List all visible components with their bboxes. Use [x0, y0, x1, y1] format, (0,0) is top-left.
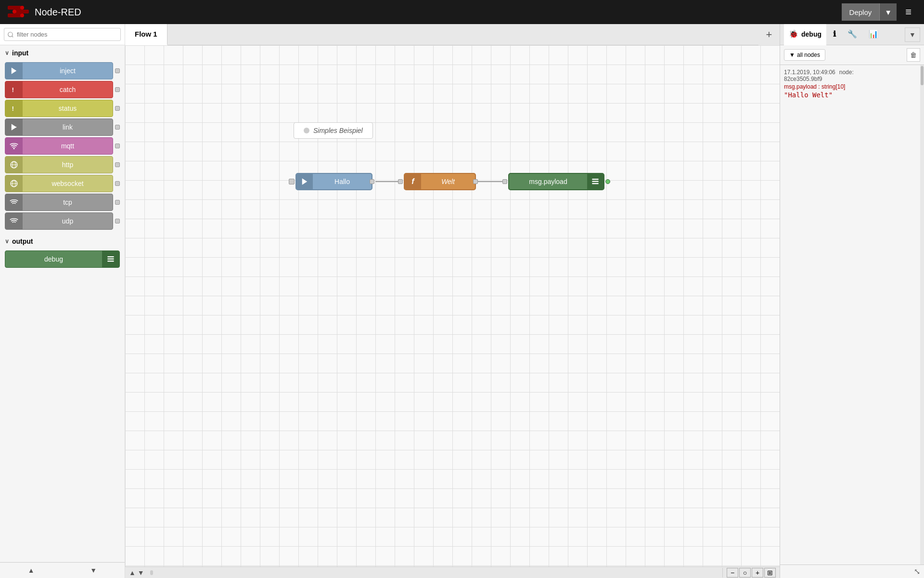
node-inject[interactable]: inject [5, 62, 120, 79]
node-http-body: http [5, 156, 113, 173]
node-catch-output-port [115, 87, 120, 92]
canvas-tabs: Flow 1 + [125, 24, 780, 45]
node-debug-icon [102, 250, 119, 268]
chart-tab-icon: 📊 [869, 29, 878, 39]
node-link[interactable]: link [5, 118, 120, 136]
panel-dropdown-button[interactable]: ▼ [905, 27, 920, 42]
node-debug-output[interactable]: debug [5, 250, 120, 268]
canvas-connections [125, 45, 780, 566]
zoom-reset-button[interactable]: ○ [739, 568, 751, 578]
debug-node-id: 82ce3505.9bf9 [784, 76, 920, 82]
canvas-nav-up[interactable]: ▲ [129, 569, 136, 577]
search-input[interactable] [4, 28, 121, 41]
svg-marker-21 [302, 178, 308, 185]
node-link-output-port [115, 125, 120, 130]
canvas-nav-controls: ▲ ▼ [125, 569, 148, 577]
logo-icon [8, 5, 29, 19]
tab-flow1-label: Flow 1 [135, 30, 157, 38]
chevron-down-icon: ∨ [5, 50, 9, 56]
canvas-nav-down[interactable]: ▼ [138, 569, 144, 577]
flow-label-icon [304, 128, 309, 133]
svg-rect-24 [592, 183, 599, 184]
node-http-label: http [23, 161, 113, 169]
minimap-button[interactable]: ⊞ [764, 568, 776, 578]
node-catch-label: catch [23, 86, 113, 93]
deploy-button[interactable]: Deploy ▼ [842, 3, 897, 21]
tab-debug[interactable]: 🐞 debug [784, 24, 826, 45]
node-websocket-output-port [115, 181, 120, 186]
node-udp[interactable]: udp [5, 212, 120, 230]
svg-rect-0 [8, 6, 21, 10]
scroll-down-button[interactable]: ▼ [63, 563, 125, 578]
node-mqtt[interactable]: mqtt [5, 137, 120, 155]
node-http[interactable]: http [5, 156, 120, 173]
filter-label: all nodes [797, 52, 820, 58]
chevron-down-icon-output: ∨ [5, 238, 9, 245]
svg-rect-22 [592, 179, 599, 180]
sidebar-scroll-buttons: ▲ ▼ [0, 562, 125, 578]
node-catch[interactable]: ! catch [5, 81, 120, 98]
sidebar-nodes: ∨ input inject ! catch [0, 45, 125, 562]
node-udp-label: udp [23, 217, 113, 225]
msgpayload-node-body: msg.payload [508, 173, 604, 190]
node-websocket-label: websocket [23, 180, 113, 187]
debug-value: "Hallo Welt" [784, 91, 920, 99]
tab-chart[interactable]: 📊 [864, 24, 883, 45]
zoom-out-button[interactable]: − [727, 568, 738, 578]
svg-rect-18 [107, 256, 114, 257]
node-status-body: ! status [5, 100, 113, 117]
canvas-zoom-controls: − ○ + ⊞ [722, 568, 780, 578]
canvas-wrapper[interactable]: Simples Beispiel Hallo [125, 45, 780, 566]
canvas-hscroll-thumb[interactable] [150, 570, 153, 575]
scroll-up-button[interactable]: ▲ [0, 563, 63, 578]
right-panel-header: 🐞 debug ℹ 🔧 📊 ▼ [780, 24, 924, 45]
node-tcp-body: tcp [5, 194, 113, 211]
node-mqtt-output-port [115, 144, 120, 148]
msgpayload-input-port [502, 179, 507, 184]
debug-tab-icon: 🐞 [789, 29, 798, 39]
debug-filter-bar: ▼ all nodes 🗑 [780, 45, 924, 65]
expand-panel-icon[interactable]: ⤡ [914, 567, 920, 576]
sidebar-section-input[interactable]: ∨ input [0, 45, 125, 61]
sidebar-section-output[interactable]: ∨ output [0, 234, 125, 249]
header-right: Deploy ▼ ≡ [842, 3, 916, 21]
node-udp-icon [5, 212, 23, 230]
canvas-node-msgpayload[interactable]: msg.payload [502, 173, 604, 190]
node-status-label: status [23, 105, 113, 112]
section-input-label: input [12, 49, 28, 57]
tab-flow1[interactable]: Flow 1 [125, 24, 167, 45]
canvas-node-hallo[interactable]: Hallo [289, 173, 372, 190]
msgpayload-node-icon [587, 174, 603, 189]
hamburger-menu-button[interactable]: ≡ [900, 4, 916, 20]
node-mqtt-label: mqtt [23, 142, 113, 150]
svg-rect-19 [107, 259, 114, 260]
debug-scrollbar[interactable] [920, 65, 924, 565]
add-flow-button[interactable]: + [758, 24, 780, 45]
deploy-label: Deploy [842, 3, 880, 21]
header-left: Node-RED [8, 5, 81, 19]
debug-node-label: node: [839, 69, 854, 76]
section-output-label: output [12, 237, 33, 245]
hallo-selector-port [289, 179, 295, 184]
debug-tab-label: debug [801, 30, 821, 38]
node-mqtt-body: mqtt [5, 137, 113, 155]
node-catch-body: ! catch [5, 81, 113, 98]
node-http-icon [5, 156, 23, 173]
node-mqtt-icon [5, 137, 23, 155]
svg-text:!: ! [12, 105, 14, 112]
tab-node-config[interactable]: 🔧 [843, 24, 862, 45]
node-websocket[interactable]: websocket [5, 175, 120, 192]
zoom-in-button[interactable]: + [752, 568, 763, 578]
canvas-node-welt[interactable]: f Welt [398, 173, 476, 190]
clear-debug-button[interactable]: 🗑 [907, 48, 920, 62]
tab-info[interactable]: ℹ [828, 24, 841, 45]
node-status[interactable]: ! status [5, 100, 120, 117]
svg-rect-20 [107, 261, 114, 262]
info-tab-icon: ℹ [833, 29, 836, 39]
sidebar-search-area [0, 24, 125, 45]
deploy-dropdown-arrow[interactable]: ▼ [879, 3, 897, 21]
right-panel: 🐞 debug ℹ 🔧 📊 ▼ ▼ all nodes [780, 24, 924, 578]
node-config-tab-icon: 🔧 [847, 29, 857, 39]
node-tcp[interactable]: tcp [5, 194, 120, 211]
filter-all-nodes-button[interactable]: ▼ all nodes [784, 49, 825, 61]
